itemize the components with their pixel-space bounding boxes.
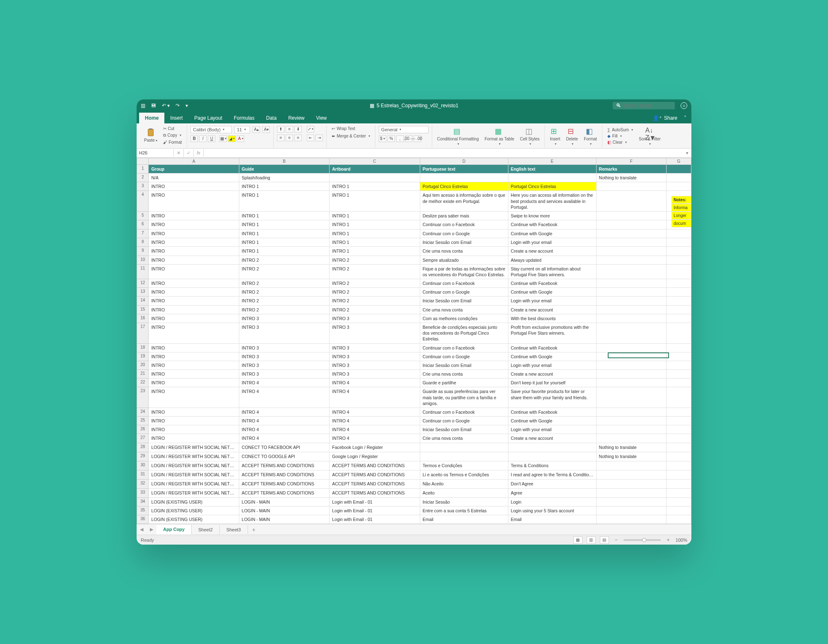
cell[interactable]: Com as melhores condições [420, 314, 508, 323]
cell[interactable]: INTRO [149, 256, 239, 264]
view-page-break-button[interactable]: ▤ [600, 536, 609, 544]
cell[interactable]: Guarde as suas preferências para ver mai… [420, 387, 508, 408]
cell[interactable]: Don't keep it just for yourself [508, 379, 596, 387]
cell[interactable]: INTRO 4 [239, 425, 329, 434]
cell[interactable] [596, 379, 666, 387]
cell[interactable]: Email [508, 515, 596, 523]
sheet-nav-prev[interactable]: ◀ [137, 527, 147, 532]
cell[interactable]: ACCEPT TERMS AND CONDITIONS [330, 488, 420, 497]
cell[interactable] [596, 343, 666, 352]
spreadsheet-grid[interactable]: ABCDEFG1GroupGuideArtboardPortuguese tex… [137, 158, 691, 524]
cell[interactable]: Continue with Google [508, 229, 596, 238]
cell[interactable]: INTRO 2 [330, 305, 420, 314]
cell[interactable] [420, 174, 508, 182]
cell[interactable]: Fique a par de todas as informações sobr… [420, 264, 508, 279]
cell[interactable]: INTRO [149, 288, 239, 297]
confirm-icon[interactable]: ✓ [184, 149, 194, 157]
cell[interactable]: INTRO [149, 191, 239, 212]
cell[interactable]: Sempre atualizado [420, 256, 508, 264]
cell[interactable]: INTRO [149, 220, 239, 229]
cell[interactable]: Continuar com o Google [420, 352, 508, 361]
cell[interactable]: INTRO 4 [239, 434, 329, 443]
tab-review[interactable]: Review [282, 113, 310, 123]
cell[interactable]: Email [420, 515, 508, 523]
row-header[interactable]: 22 [137, 379, 149, 387]
cell[interactable]: Termos e Condições [420, 461, 508, 470]
cell[interactable] [666, 470, 691, 479]
format-as-table-button[interactable]: ▦Format as Table [483, 126, 516, 147]
align-top-button[interactable]: ⬆ [277, 126, 284, 133]
cell[interactable]: Deslize para saber mais [420, 211, 508, 220]
header-cell[interactable]: Remarks [596, 164, 666, 173]
cell[interactable]: INTRO 2 [239, 288, 329, 297]
zoom-out-button[interactable]: − [613, 537, 620, 543]
cell[interactable]: Continue with Facebook [508, 343, 596, 352]
cell[interactable]: Iniciar Sessão [420, 497, 508, 506]
cell[interactable]: Save your favorite products for later or… [508, 387, 596, 408]
decrease-decimal-button[interactable]: ←.00 [414, 135, 421, 142]
font-color-button[interactable]: A [237, 135, 244, 142]
cell[interactable]: Always updated [508, 256, 596, 264]
cell[interactable]: INTRO [149, 387, 239, 408]
cell[interactable]: INTRO 3 [239, 314, 329, 323]
cell[interactable]: Iniciar Sessão com Email [420, 297, 508, 305]
cell[interactable]: Nothing to translate [596, 443, 666, 452]
paste-button[interactable]: Paste [142, 127, 159, 144]
cell[interactable]: INTRO [149, 238, 239, 247]
cell[interactable]: INTRO 1 [330, 220, 420, 229]
cell[interactable]: Não Aceito [420, 479, 508, 488]
row-header[interactable]: 15 [137, 305, 149, 314]
cell[interactable]: INTRO [149, 379, 239, 387]
cell[interactable]: INTRO 1 [330, 229, 420, 238]
cell[interactable] [596, 297, 666, 305]
undo-icon[interactable]: ↶ ▾ [162, 103, 170, 109]
sheet-tab-app-copy[interactable]: App Copy [156, 525, 192, 535]
cell[interactable] [420, 452, 508, 461]
cell[interactable]: Stay current on all information about Po… [508, 264, 596, 279]
number-format-select[interactable]: General [379, 126, 428, 133]
tab-view[interactable]: View [310, 113, 332, 123]
cell[interactable]: LOGIN / REGISTER WITH SOCIAL NETWORK [149, 479, 239, 488]
cell[interactable]: ACCEPT TERMS AND CONDITIONS [239, 479, 329, 488]
cell[interactable]: INTRO 1 [239, 191, 329, 212]
cell[interactable]: LOGIN / REGISTER WITH SOCIAL NETWORK [149, 452, 239, 461]
cell[interactable]: Continuar com o Google [420, 288, 508, 297]
cell[interactable] [666, 461, 691, 470]
cell[interactable]: INTRO 3 [239, 361, 329, 369]
cell[interactable] [666, 182, 691, 191]
cell[interactable]: LOGIN / REGISTER WITH SOCIAL NETWORK [149, 443, 239, 452]
cell[interactable]: LOGIN - MAIN [239, 506, 329, 515]
cell[interactable]: Facebook Login / Register [330, 443, 420, 452]
zoom-in-button[interactable]: + [665, 537, 672, 543]
cell[interactable] [666, 264, 691, 279]
cell[interactable] [666, 174, 691, 182]
cell[interactable] [666, 247, 691, 256]
cell[interactable]: INTRO 1 [239, 211, 329, 220]
cell[interactable] [596, 288, 666, 297]
cell[interactable] [666, 305, 691, 314]
cell[interactable]: INTRO 3 [330, 343, 420, 352]
cell[interactable]: LOGIN - MAIN [239, 497, 329, 506]
cell[interactable] [666, 288, 691, 297]
decrease-indent-button[interactable]: ⇤ [307, 135, 314, 141]
cell[interactable]: Nothing to translate [596, 174, 666, 182]
cell[interactable]: INTRO 3 [330, 352, 420, 361]
cell[interactable]: Login with your email [508, 425, 596, 434]
cell[interactable]: ACCEPT TERMS AND CONDITIONS [239, 470, 329, 479]
cell[interactable]: Portugal Cinco Estrelas [420, 182, 508, 191]
col-header-C[interactable]: C [330, 158, 420, 164]
cell[interactable] [596, 323, 666, 344]
cell[interactable]: Continue with Facebook [508, 408, 596, 416]
cell[interactable]: INTRO 2 [330, 264, 420, 279]
view-page-layout-button[interactable]: ▥ [587, 536, 596, 544]
col-header-A[interactable]: A [149, 158, 239, 164]
cell[interactable]: Guarde e partilhe [420, 379, 508, 387]
cell[interactable] [596, 247, 666, 256]
cell[interactable]: Agree [508, 488, 596, 497]
bold-button[interactable]: B [190, 135, 198, 142]
cell[interactable]: Crie uma nova conta [420, 434, 508, 443]
cell[interactable] [666, 452, 691, 461]
col-header-F[interactable]: F [596, 158, 666, 164]
cell[interactable]: Login with Email - 01 [330, 515, 420, 523]
tab-page-layout[interactable]: Page Layout [188, 113, 228, 123]
